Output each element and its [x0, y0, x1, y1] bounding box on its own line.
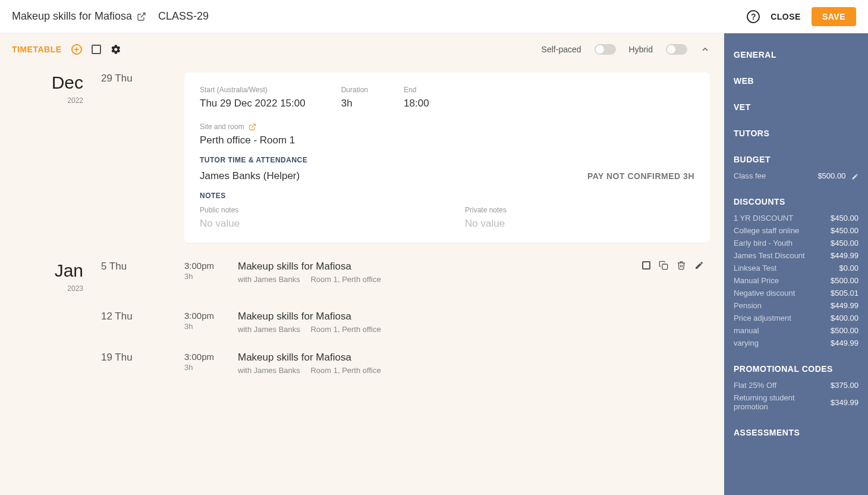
discount-row[interactable]: Price adjustment$400.00 [734, 314, 858, 322]
sidebar-item-assessments[interactable]: ASSESSMENTS [734, 428, 858, 437]
discount-row[interactable]: James Test Discount$449.99 [734, 251, 858, 260]
discount-row[interactable]: manual$500.00 [734, 326, 858, 335]
promo-value: $375.00 [831, 381, 858, 390]
duration-label: Duration [341, 86, 368, 94]
open-external-icon[interactable] [137, 12, 146, 21]
date-label: 5 Thu [101, 261, 172, 293]
discount-name: manual [734, 326, 759, 335]
discount-value: $450.00 [831, 214, 858, 223]
row-actions [642, 261, 704, 270]
session-title: Makeup skills for Mafiosa [238, 261, 381, 272]
discount-value: $505.01 [831, 289, 858, 297]
date-label: 12 Thu [101, 311, 172, 334]
sidebar-item-vet[interactable]: VET [734, 102, 858, 112]
session-row[interactable]: 3:00pm 3h Makeup skills for Mafiosa with… [184, 261, 710, 293]
session-time: 3:00pm [184, 261, 226, 271]
self-paced-label: Self-paced [542, 45, 581, 54]
end-label: End [404, 86, 429, 94]
tutor-row: James Banks (Helper) PAY NOT CONFIRMED 3… [200, 170, 694, 182]
timetable-toolbar: TIMETABLE + Self-paced Hybrid [12, 44, 710, 55]
discount-name: 1 YR DISCOUNT [734, 214, 793, 223]
sidebar-item-budget[interactable]: BUDGET [734, 155, 858, 164]
add-session-icon[interactable]: + [71, 44, 82, 55]
session-tutor: with James Banks [238, 325, 300, 334]
session-card-expanded[interactable]: Start (Australia/West) Thu 29 Dec 2022 1… [184, 73, 710, 243]
discount-name: Linksea Test [734, 264, 776, 272]
duration-value: 3h [341, 98, 368, 109]
discount-name: varying [734, 339, 759, 347]
sidebar-item-tutors[interactable]: TUTORS [734, 129, 858, 138]
discount-value: $450.00 [831, 226, 858, 235]
date-label: 29 Thu [101, 73, 172, 243]
session-time: 3:00pm [184, 352, 226, 362]
discount-name: College staff online [734, 226, 799, 235]
discount-row[interactable]: College staff online$450.00 [734, 226, 858, 235]
private-notes-label: Private notes [465, 206, 694, 214]
session-room: Room 1, Perth office [302, 325, 380, 334]
toolbar-right: Self-paced Hybrid [542, 44, 710, 55]
tutor-section-header: TUTOR TIME & ATTENDANCE [200, 156, 694, 164]
discount-name: Manual Price [734, 276, 779, 285]
session-tutor: with James Banks [238, 366, 300, 375]
header-right: ? CLOSE SAVE [747, 7, 856, 26]
select-row-checkbox[interactable] [642, 261, 650, 270]
self-paced-toggle[interactable] [595, 44, 616, 55]
discount-row[interactable]: Manual Price$500.00 [734, 276, 858, 285]
promo-value: $349.99 [831, 398, 858, 407]
help-icon[interactable]: ? [747, 10, 760, 23]
sidebar-item-web[interactable]: WEB [734, 76, 858, 86]
save-button[interactable]: SAVE [812, 7, 856, 26]
header-left: Makeup skills for Mafiosa CLASS-29 [12, 10, 209, 23]
promo-row[interactable]: Flat 25% Off$375.00 [734, 381, 858, 390]
class-fee-row[interactable]: Class fee $500.00 [734, 171, 858, 180]
private-notes-value[interactable]: No value [465, 218, 694, 230]
session-row[interactable]: 3:00pm 3h Makeup skills for Mafiosa with… [184, 352, 710, 375]
delete-icon[interactable] [677, 261, 686, 270]
open-external-icon[interactable] [249, 123, 256, 131]
session-time: 3:00pm [184, 311, 226, 321]
sidebar-item-discounts[interactable]: DISCOUNTS [734, 197, 858, 206]
main-content: TIMETABLE + Self-paced Hybrid Dec 2022 2… [0, 33, 724, 495]
month-label: Jan [12, 261, 89, 281]
discount-row[interactable]: Early bird - Youth$450.00 [734, 239, 858, 248]
timeline: Dec 2022 29 Thu Start (Australia/West) T… [12, 73, 710, 375]
discount-row[interactable]: Pension$449.99 [734, 301, 858, 310]
sidebar: GENERAL WEB VET TUTORS BUDGET Class fee … [724, 33, 868, 495]
close-button[interactable]: CLOSE [770, 12, 801, 21]
gear-icon[interactable] [111, 44, 121, 55]
svg-rect-2 [662, 264, 668, 270]
select-all-checkbox[interactable] [92, 45, 101, 54]
promo-row[interactable]: Returning student promotion$349.99 [734, 393, 858, 411]
discount-row[interactable]: Linksea Test$0.00 [734, 264, 858, 272]
discount-row[interactable]: varying$449.99 [734, 339, 858, 347]
discount-value: $449.99 [831, 301, 858, 310]
timetable-label: TIMETABLE [12, 45, 62, 54]
hybrid-label: Hybrid [629, 45, 653, 54]
session-room: Room 1, Perth office [302, 275, 380, 284]
discount-row[interactable]: 1 YR DISCOUNT$450.00 [734, 214, 858, 223]
hybrid-toggle[interactable] [666, 44, 687, 55]
discount-row[interactable]: Negative discount$505.01 [734, 289, 858, 297]
sidebar-item-promo[interactable]: PROMOTIONAL CODES [734, 364, 858, 374]
edit-icon[interactable] [694, 261, 704, 270]
session-duration: 3h [184, 272, 226, 281]
month-block: Jan 2023 [12, 261, 89, 293]
discount-name: Negative discount [734, 289, 795, 297]
copy-icon[interactable] [659, 261, 668, 270]
promo-name: Returning student promotion [734, 393, 817, 411]
toolbar-left: TIMETABLE + [12, 44, 121, 55]
chevron-up-icon[interactable] [700, 45, 710, 54]
tutor-name: James Banks (Helper) [200, 170, 300, 182]
date-label: 19 Thu [101, 352, 172, 375]
start-value: Thu 29 Dec 2022 15:00 [200, 98, 306, 109]
session-row[interactable]: 3:00pm 3h Makeup skills for Mafiosa with… [184, 311, 710, 334]
discount-name: Early bird - Youth [734, 239, 792, 248]
session-tutor: with James Banks [238, 275, 300, 284]
discount-value: $449.99 [831, 251, 858, 260]
edit-icon[interactable] [851, 173, 858, 180]
editor-header: Makeup skills for Mafiosa CLASS-29 ? CLO… [0, 0, 868, 33]
public-notes-value[interactable]: No value [200, 218, 429, 230]
discount-name: Pension [734, 301, 762, 310]
class-code: CLASS-29 [158, 10, 209, 23]
sidebar-item-general[interactable]: GENERAL [734, 50, 858, 59]
